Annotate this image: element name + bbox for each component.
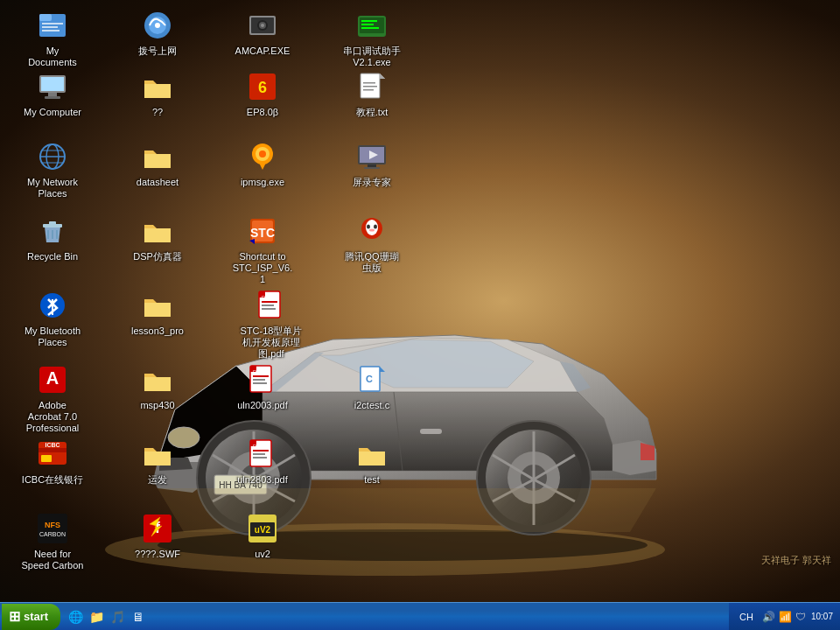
icon-label: My Computer [24, 107, 81, 118]
icon-dialup[interactable]: 拨号上网 [122, 4, 192, 60]
svg-text:PDF: PDF [253, 444, 263, 449]
icon-label: 拨号上网 [138, 46, 177, 57]
icon-my-documents[interactable]: My Documents [18, 4, 88, 72]
icon-bluetooth[interactable]: My Bluetooth Places [18, 284, 88, 352]
taskbar-folder-icon[interactable]: 📁 [87, 607, 106, 626]
taskbar-media-icon[interactable]: 🎵 [108, 607, 127, 626]
icon-tutorial[interactable]: 教程.txt [337, 66, 407, 122]
test-folder-icon [354, 437, 389, 472]
ime-indicator[interactable]: CH [736, 612, 757, 622]
icon-test-folder[interactable]: test [337, 433, 407, 489]
icon-uln2803[interactable]: PDF uln2803.pdf [228, 433, 298, 489]
svg-rect-91 [253, 375, 269, 377]
svg-rect-30 [42, 26, 58, 28]
tray-security-icon[interactable]: 🛡 [795, 611, 806, 623]
taskbar: ⊞ start 🌐 📁 🎵 🖥 CH 🔊 📶 🛡 10:07 [0, 602, 840, 630]
svg-rect-55 [363, 86, 377, 88]
svg-text:CARBON: CARBON [39, 531, 66, 537]
icon-label: uln2003.pdf [237, 400, 288, 411]
icon-tencent-qq[interactable]: 腾讯QQ珊瑚虫版 [337, 210, 407, 277]
icon-label: 运发 [148, 474, 167, 486]
icon-uv2[interactable]: uV2 uv2 [228, 508, 298, 564]
svg-point-18 [521, 465, 547, 491]
icon-icbc[interactable]: ICBC ICBC在线银行 [18, 433, 88, 489]
svg-rect-106 [253, 457, 267, 458]
icon-flash-swf[interactable]: f ????.SWF [122, 508, 192, 564]
svg-line-24 [534, 455, 575, 480]
icon-my-network[interactable]: My Network Places [18, 136, 88, 203]
icon-label: uln2803.pdf [237, 474, 288, 486]
qq-icon [354, 214, 389, 248]
icon-label: STC-18型单片机开发板原理图.pdf [237, 326, 305, 360]
icon-label: 教程.txt [356, 107, 388, 118]
svg-point-79 [374, 225, 377, 229]
icon-label: AMCAP.EXE [235, 46, 290, 57]
icon-screen-expert[interactable]: 屏录专家 [337, 136, 407, 192]
icon-ipmsg[interactable]: ipmsg.exe [228, 136, 298, 192]
svg-text:C: C [366, 374, 373, 384]
ipmsg-icon [245, 139, 280, 174]
svg-rect-67 [368, 164, 376, 167]
svg-rect-48 [45, 96, 60, 99]
taskbar-ie-icon[interactable]: 🌐 [66, 607, 85, 626]
icon-i2ctest[interactable]: C i2ctest.c [337, 359, 407, 415]
uln2003-pdf-icon: PDF [245, 362, 280, 397]
icon-shortcut-stc[interactable]: STC Shortcut to STC_ISP_V6.1 [228, 210, 298, 290]
svg-rect-56 [363, 89, 374, 91]
datasheet-folder-icon [140, 139, 175, 174]
start-label: start [24, 610, 48, 623]
system-tray: 🔊 📶 🛡 [762, 611, 806, 623]
taskbar-browser-icon[interactable]: 🖥 [129, 607, 148, 626]
icon-datasheet[interactable]: datasheet [122, 136, 192, 192]
icon-label: ????.SWF [135, 549, 180, 560]
watermark: 天祥电子 郭天祥 [761, 553, 831, 568]
icon-acrobat[interactable]: A Adobe Acrobat 7.0 Professional [18, 359, 88, 438]
svg-point-15 [477, 421, 591, 535]
icon-serial-tool[interactable]: 串口调试助手V2.1.exe [337, 4, 407, 72]
msp430-folder-icon [140, 362, 175, 397]
icon-yunfa[interactable]: 运发 [122, 433, 192, 489]
uv2-icon: uV2 [245, 511, 280, 546]
my-computer-icon [35, 69, 70, 104]
icon-folder-qq[interactable]: ?? [122, 66, 192, 122]
icon-lesson3-pro[interactable]: lesson3_pro [122, 284, 192, 340]
svg-line-20 [493, 455, 534, 480]
my-documents-icon [35, 8, 70, 43]
icon-msp430[interactable]: msp430 [122, 359, 192, 415]
icon-nfs-carbon[interactable]: NFSCARBON Need for Speed Carbon [18, 508, 88, 575]
svg-point-17 [508, 452, 560, 504]
icon-my-computer[interactable]: My Computer [18, 66, 88, 122]
svg-line-23 [534, 480, 575, 501]
svg-rect-68 [364, 167, 380, 169]
svg-text:6: 6 [258, 79, 267, 96]
icon-label: msp430 [140, 400, 174, 411]
uln2803-pdf-icon: PDF [245, 437, 280, 472]
icbc-icon: ICBC [35, 437, 70, 472]
windows-logo: ⊞ [9, 608, 20, 625]
start-button[interactable]: ⊞ start [2, 604, 60, 630]
flash-swf-icon: f [140, 511, 175, 546]
svg-text:uV2: uV2 [255, 525, 271, 535]
taskbar-right: CH 🔊 📶 🛡 10:07 [729, 603, 840, 630]
svg-marker-53 [380, 74, 385, 79]
svg-line-21 [493, 480, 534, 501]
icon-label: ICBC在线银行 [22, 474, 83, 486]
icon-label: My Network Places [21, 177, 84, 200]
dialup-icon [140, 8, 175, 43]
icon-recycle-bin[interactable]: Recycle Bin [18, 210, 88, 266]
recycle-bin-icon [35, 214, 70, 248]
icon-stc-board-pdf[interactable]: PDF STC-18型单片机开发板原理图.pdf [197, 284, 346, 364]
icon-amcap[interactable]: AMCAP.EXE [228, 4, 298, 60]
icon-uln2003[interactable]: PDF uln2003.pdf [228, 359, 298, 415]
icon-ep80b[interactable]: 6 EP8.0β [228, 66, 298, 122]
folder-icon [140, 69, 175, 104]
icon-dsp-simulator[interactable]: DSP仿真器 [122, 210, 192, 266]
ep80b-icon: 6 [245, 69, 280, 104]
icon-label: Adobe Acrobat 7.0 Professional [21, 400, 84, 435]
svg-rect-86 [262, 308, 276, 310]
svg-rect-3 [420, 429, 442, 434]
svg-rect-28 [39, 14, 52, 21]
tray-network-icon[interactable]: 🔊 [762, 611, 775, 623]
svg-rect-100 [38, 448, 66, 452]
tray-volume-icon[interactable]: 📶 [779, 611, 792, 623]
